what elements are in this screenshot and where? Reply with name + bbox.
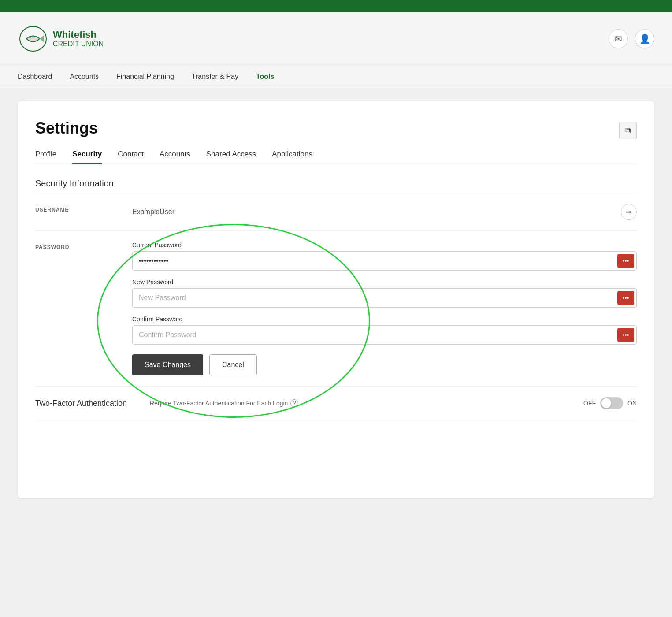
logo-area: Whitefish CREDIT UNION [18,23,104,54]
new-password-label: New Password [132,279,637,286]
password-fields: Current Password ••• New Password •• [132,242,637,375]
mail-icon: ✉ [615,33,622,44]
confirm-password-toggle[interactable]: ••• [617,328,634,342]
section-title: Security Information [35,178,637,193]
username-content: ExampleUser ✏ [132,204,637,220]
pencil-icon: ✏ [626,208,632,216]
settings-tabs: Profile Security Contact Accounts Shared… [35,150,637,164]
two-factor-desc-text: Require Two-Factor Authentication For Ea… [150,400,288,407]
tab-accounts[interactable]: Accounts [160,150,190,164]
tab-contact[interactable]: Contact [118,150,144,164]
new-password-wrap: ••• [132,288,637,308]
username-row: USERNAME ExampleUser ✏ [35,193,637,231]
svg-point-1 [29,36,31,38]
logo-text: Whitefish CREDIT UNION [53,30,104,48]
main-content: Settings ⧉ Profile Security Contact Acco… [0,88,672,511]
nav-tools[interactable]: Tools [256,67,274,87]
user-profile-button[interactable]: 👤 [635,29,654,48]
tab-security[interactable]: Security [72,150,102,164]
two-factor-toggle[interactable] [600,397,623,409]
cancel-button[interactable]: Cancel [209,354,257,375]
toggle-knob [601,398,611,408]
save-changes-button[interactable]: Save Changes [132,354,203,375]
top-bar [0,0,672,12]
main-nav: Dashboard Accounts Financial Planning Tr… [0,65,672,88]
current-password-input[interactable] [132,251,637,271]
dots-icon: ••• [623,257,629,264]
username-edit-button[interactable]: ✏ [621,204,637,220]
password-label: PASSWORD [35,242,132,250]
copy-icon-button[interactable]: ⧉ [619,122,637,139]
password-action-buttons: Save Changes Cancel [132,354,637,375]
dots-icon-2: ••• [623,294,629,301]
two-factor-title: Two-Factor Authentication [35,399,150,408]
password-row: PASSWORD Current Password ••• Ne [35,231,637,387]
user-icon: 👤 [639,33,650,44]
copy-icon: ⧉ [625,126,631,135]
dots-icon-3: ••• [623,331,629,338]
two-factor-row: Two-Factor Authentication Require Two-Fa… [35,387,637,420]
nav-dashboard[interactable]: Dashboard [18,67,52,87]
header: Whitefish CREDIT UNION ✉ 👤 [0,12,672,65]
logo-whitefish: Whitefish [53,30,104,40]
settings-card: Settings ⧉ Profile Security Contact Acco… [18,101,654,498]
username-label: USERNAME [35,204,132,213]
confirm-password-wrap: ••• [132,325,637,345]
help-icon[interactable]: ? [290,399,298,407]
tab-profile[interactable]: Profile [35,150,56,164]
current-password-label: Current Password [132,242,637,249]
two-factor-content: Require Two-Factor Authentication For Ea… [150,397,637,409]
nav-financial-planning[interactable]: Financial Planning [116,67,174,87]
toggle-area: OFF ON [583,397,637,409]
current-password-wrap: ••• [132,251,637,271]
mail-button[interactable]: ✉ [609,29,628,48]
new-password-toggle[interactable]: ••• [617,291,634,305]
two-factor-description: Require Two-Factor Authentication For Ea… [150,399,298,407]
confirm-password-label: Confirm Password [132,316,637,323]
header-icons: ✉ 👤 [609,29,654,48]
username-value: ExampleUser [132,208,174,216]
confirm-password-group: Confirm Password ••• [132,316,637,345]
new-password-group: New Password ••• [132,279,637,308]
confirm-password-input[interactable] [132,325,637,345]
current-password-toggle[interactable]: ••• [617,254,634,268]
tab-shared-access[interactable]: Shared Access [206,150,256,164]
nav-transfer-pay[interactable]: Transfer & Pay [192,67,238,87]
logo-image [18,23,48,54]
on-label: ON [627,400,637,407]
logo-credit-union: CREDIT UNION [53,40,104,48]
page-title: Settings [35,119,98,138]
off-label: OFF [583,400,596,407]
tab-applications[interactable]: Applications [272,150,312,164]
current-password-group: Current Password ••• [132,242,637,271]
nav-accounts[interactable]: Accounts [70,67,99,87]
new-password-input[interactable] [132,288,637,308]
